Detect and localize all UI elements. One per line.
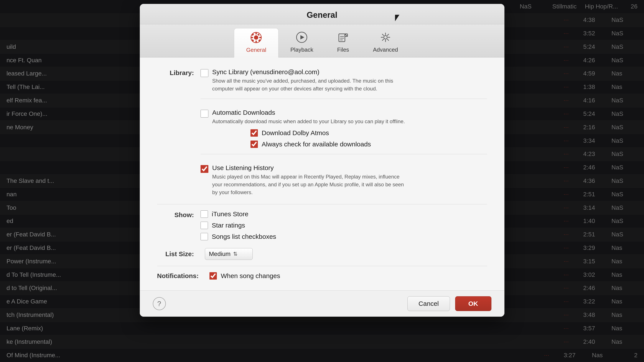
when-song-label[interactable]: When song changes (221, 272, 280, 280)
list-size-value: Medium (209, 251, 231, 258)
itunes-store-checkbox[interactable] (200, 210, 208, 218)
dialog-toolbar: General Playback (140, 24, 504, 57)
star-ratings-checkbox[interactable] (200, 222, 208, 229)
auto-downloads-description: Automatically download music when added … (212, 118, 405, 125)
svg-rect-4 (251, 37, 253, 38)
dialog-title: General (140, 10, 504, 20)
svg-point-17 (384, 35, 387, 39)
listening-history-description: Music played on this Mac will appear in … (212, 173, 408, 196)
tab-files[interactable]: Files (325, 28, 361, 57)
auto-downloads-row: Automatic Downloads Automatically downlo… (200, 109, 487, 125)
when-song-row: When song changes (210, 272, 280, 280)
show-section: Show: iTunes Store Star ratings Songs li… (157, 210, 487, 240)
itunes-store-row: iTunes Store (200, 210, 487, 218)
ok-button[interactable]: OK (455, 296, 492, 311)
songs-list-label[interactable]: Songs list checkboxes (212, 233, 276, 240)
listening-history-row: Use Listening History Music played on th… (200, 164, 487, 196)
svg-rect-5 (259, 37, 261, 38)
tab-playback-label: Playback (290, 46, 314, 53)
list-size-arrow-icon: ⇅ (233, 251, 238, 257)
list-size-select[interactable]: Medium ⇅ (205, 248, 253, 260)
tab-playback[interactable]: Playback (278, 28, 325, 57)
general-tab-icon (250, 32, 262, 45)
itunes-store-label[interactable]: iTunes Store (212, 210, 248, 218)
library-content: Sync Library (venusdinero@aol.com) Show … (200, 68, 487, 196)
svg-rect-3 (256, 40, 257, 43)
sync-library-checkbox[interactable] (200, 69, 208, 77)
svg-marker-11 (300, 35, 304, 39)
tab-advanced[interactable]: Advanced (361, 28, 410, 57)
dolby-label[interactable]: Download Dolby Atmos (262, 129, 329, 137)
listening-history-checkbox[interactable] (200, 165, 208, 173)
dialog-footer: ? Cancel OK (140, 290, 504, 317)
playback-tab-icon (296, 32, 307, 45)
library-section: Library: Sync Library (venusdinero@aol.c… (157, 68, 487, 196)
svg-point-1 (254, 35, 258, 40)
listening-history-main-label[interactable]: Use Listening History (212, 164, 408, 172)
dolby-checkbox[interactable] (250, 129, 258, 137)
divider-1 (200, 99, 487, 99)
help-button[interactable]: ? (153, 297, 166, 310)
files-tab-icon (338, 32, 349, 45)
dialog-titlebar: General (140, 4, 504, 24)
sync-library-label-group: Sync Library (venusdinero@aol.com) Show … (212, 68, 408, 93)
listening-history-label-group: Use Listening History Music played on th… (212, 164, 408, 196)
svg-rect-2 (256, 32, 257, 34)
tab-general-label: General (246, 47, 266, 53)
list-size-row: List Size: Medium ⇅ (157, 248, 487, 260)
cancel-button[interactable]: Cancel (408, 296, 450, 311)
star-ratings-row: Star ratings (200, 222, 487, 229)
divider-3 (157, 204, 487, 204)
when-song-checkbox[interactable] (210, 272, 217, 280)
auto-downloads-main-label[interactable]: Automatic Downloads (212, 109, 405, 116)
divider-2 (200, 154, 487, 154)
show-label: Show: (157, 210, 200, 219)
show-content: iTunes Store Star ratings Songs list che… (200, 210, 487, 240)
dolby-row: Download Dolby Atmos (250, 129, 487, 137)
songs-list-checkbox[interactable] (200, 233, 208, 240)
songs-list-row: Songs list checkboxes (200, 233, 487, 240)
sync-library-main-label[interactable]: Sync Library (venusdinero@aol.com) (212, 68, 408, 76)
tab-files-label: Files (337, 46, 349, 53)
dialog-overlay: General (0, 0, 644, 362)
always-check-label[interactable]: Always check for available downloads (262, 141, 371, 148)
list-size-label: List Size: (157, 250, 200, 258)
notifications-label: Notifications: (157, 272, 205, 280)
advanced-tab-icon (380, 32, 391, 45)
tab-general[interactable]: General (234, 28, 278, 57)
general-dialog: General (140, 4, 504, 317)
tab-advanced-label: Advanced (373, 46, 398, 53)
always-check-checkbox[interactable] (250, 141, 258, 148)
library-label: Library: (157, 68, 200, 76)
star-ratings-label[interactable]: Star ratings (212, 222, 245, 229)
auto-downloads-checkbox[interactable] (200, 110, 208, 118)
sync-library-description: Show all the music you've added, purchas… (212, 77, 408, 93)
sync-library-row: Sync Library (venusdinero@aol.com) Show … (200, 68, 487, 93)
notifications-row: Notifications: When song changes (157, 272, 487, 280)
auto-downloads-label-group: Automatic Downloads Automatically downlo… (212, 109, 405, 125)
divider-4 (157, 266, 487, 266)
always-check-row: Always check for available downloads (250, 141, 487, 148)
dialog-content: Library: Sync Library (venusdinero@aol.c… (140, 57, 504, 290)
svg-rect-12 (339, 34, 345, 42)
